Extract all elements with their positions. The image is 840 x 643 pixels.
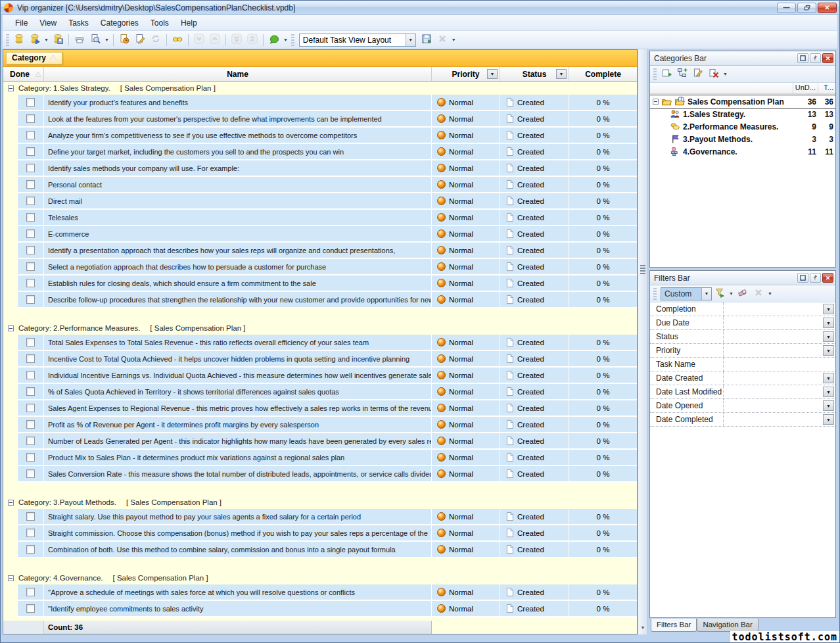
layout-combo[interactable]: Default Task View Layout ▼ [299,34,416,47]
task-name-cell[interactable]: Identify your product's features and ben… [44,95,432,111]
restore-button[interactable] [797,3,816,13]
priority-cell[interactable]: Normal [432,275,500,292]
print-preview-button[interactable] [88,33,103,47]
print-preview-dropdown[interactable]: ▼ [105,37,109,42]
status-cell[interactable]: Created [500,542,569,558]
task-row[interactable]: Select a negotiation approach that descr… [3,259,637,275]
new-task-button[interactable] [117,33,131,47]
filter-row[interactable]: Date Opened ▼ [650,399,835,413]
delete-layout-dropdown[interactable]: ▼ [452,37,456,42]
priority-cell[interactable]: Normal [432,509,500,525]
status-cell[interactable]: Created [500,275,569,292]
collapse-group-icon[interactable] [8,325,14,331]
task-row[interactable]: ''Approve a schedule of meetings with sa… [3,584,637,601]
menu-categories[interactable]: Categories [95,16,145,30]
menu-help[interactable]: Help [175,16,203,30]
task-row[interactable]: Establish rules for closing deals, which… [3,275,637,292]
task-name-cell[interactable]: Look at the features from your customer'… [44,111,432,128]
task-name-cell[interactable]: Straight commission. Choose this compens… [44,525,432,542]
priority-cell[interactable]: Normal [432,111,500,128]
group-header-row[interactable]: Category: 1.Sales Strategy. [ Sales Comp… [3,82,637,95]
status-cell[interactable]: Created [500,351,569,368]
priority-cell[interactable]: Normal [432,95,500,111]
priority-cell[interactable]: Normal [432,400,500,417]
filter-dropdown-button[interactable]: ▼ [823,318,834,328]
priority-cell[interactable]: Normal [432,433,500,450]
task-name-cell[interactable]: Profit as % of Revenue per Agent - it de… [44,417,432,433]
priority-cell[interactable]: Normal [432,177,500,193]
add-subcategory-button[interactable] [675,67,689,82]
status-cell[interactable]: Created [500,226,569,243]
done-checkbox[interactable] [26,279,35,287]
done-checkbox[interactable] [26,131,35,139]
task-name-cell[interactable]: Number of Leads Generated per Agent - th… [44,433,432,450]
filter-preset-dropdown[interactable]: ▼ [701,288,711,300]
done-checkbox[interactable] [26,453,35,462]
task-row[interactable]: ''Identify employee commitments to sales… [3,601,637,617]
filter-row[interactable]: Date Created ▼ [650,371,835,385]
tree-header-total[interactable]: T... [818,83,835,93]
move-top-button[interactable] [245,33,260,47]
status-cell[interactable]: Created [500,525,569,542]
done-checkbox[interactable] [26,588,35,596]
filter-row[interactable]: Task Name [650,358,835,371]
categories-restore-button[interactable] [797,53,808,63]
vertical-splitter[interactable]: ▼ [638,49,648,634]
categories-close-button[interactable]: ✕ [822,53,833,63]
priority-cell[interactable]: Normal [432,384,500,400]
task-name-cell[interactable]: % of Sales Quota Achieved in Territory -… [44,384,432,400]
task-row[interactable]: Analyze your firm's competitiveness to s… [3,128,637,144]
new-database-button[interactable] [12,33,26,47]
task-name-cell[interactable]: Describe follow-up procedures that stren… [44,292,432,308]
filter-row[interactable]: Priority ▼ [650,344,835,358]
filters-pin-button[interactable] [810,273,821,283]
task-row[interactable]: Number of Leads Generated per Agent - th… [3,433,637,450]
status-cell[interactable]: Created [500,450,569,466]
done-checkbox[interactable] [26,420,35,429]
save-database-button[interactable] [51,33,65,47]
task-row[interactable]: Straight salary. Use this payout method … [3,509,637,525]
priority-cell[interactable]: Normal [432,351,500,368]
task-name-cell[interactable]: Total Sales Expenses to Total Sales Reve… [44,335,432,351]
task-row[interactable]: Describe follow-up procedures that stren… [3,292,637,308]
category-tree-item[interactable]: 4.Governance. 11 11 [650,145,835,158]
status-cell[interactable]: Created [500,144,569,160]
layout-combo-dropdown[interactable]: ▼ [406,34,415,46]
delete-category-dropdown[interactable]: ▼ [723,72,728,76]
filter-row[interactable]: Due Date ▼ [650,316,835,330]
delete-filter-button[interactable] [751,287,766,301]
priority-cell[interactable]: Normal [432,292,500,308]
priority-filter-button[interactable]: ▼ [487,69,498,79]
filter-value-field[interactable]: ▼ [724,399,835,412]
category-tree-item[interactable]: 3.Payout Methods. 3 3 [650,133,835,145]
done-checkbox[interactable] [26,371,35,379]
status-cell[interactable]: Created [500,128,569,144]
tab-filters-bar[interactable]: Filters Bar [651,619,697,632]
done-checkbox[interactable] [26,387,35,396]
group-header-row[interactable]: Category: 4.Governance. [ Sales Compensa… [3,571,637,584]
task-row[interactable]: Incentive Cost to Total Quota Achieved -… [3,351,637,368]
status-cell[interactable]: Created [500,601,569,617]
task-row[interactable]: Identify your product's features and ben… [3,95,637,111]
filter-dropdown-button[interactable]: ▼ [823,304,834,314]
task-name-cell[interactable]: Select a negotiation approach that descr… [44,259,432,275]
status-cell[interactable]: Created [500,433,569,450]
task-name-cell[interactable]: Telesales [44,210,432,226]
done-checkbox[interactable] [26,338,35,346]
task-name-cell[interactable]: Define your target market, including the… [44,144,432,160]
toolbar-grip[interactable] [653,68,657,80]
apply-filter-button[interactable] [712,287,727,301]
column-header-done[interactable]: Done [3,67,44,81]
status-cell[interactable]: Created [500,160,569,177]
priority-cell[interactable]: Normal [432,193,500,210]
splitter-grip[interactable] [640,265,645,274]
task-row[interactable]: Personal contact Normal Created 0 % [3,177,637,193]
done-checkbox[interactable] [26,404,35,412]
delete-filter-dropdown[interactable]: ▼ [768,291,772,296]
done-checkbox[interactable] [26,529,35,537]
filter-value-field[interactable]: ▼ [724,316,835,329]
done-checkbox[interactable] [26,180,35,189]
menu-view[interactable]: View [34,16,62,30]
priority-cell[interactable]: Normal [432,601,500,617]
edit-task-button[interactable] [133,33,147,47]
